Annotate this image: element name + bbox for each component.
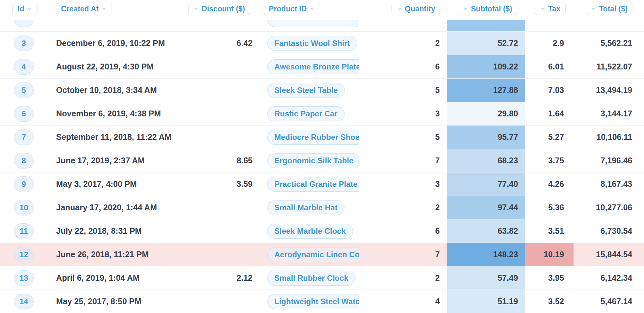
table-row[interactable]: 7 September 11, 2018, 11:22 AM Mediocre …	[0, 125, 644, 149]
table-row[interactable]: 14 May 25, 2017, 8:50 PM Lightweight Ste…	[0, 290, 644, 313]
product-tag[interactable]: Small Rubber Clock	[267, 271, 356, 286]
product-tag[interactable]: Mediocre Rubber Shoes	[267, 130, 359, 145]
id-badge: 13	[14, 270, 34, 286]
tax-cell: 2.9	[525, 32, 574, 55]
chevron-down-icon	[193, 6, 199, 11]
tax-cell: 3.51	[525, 219, 574, 243]
table-row[interactable]: 10 January 17, 2020, 1:44 AM Small Marbl…	[0, 196, 644, 219]
discount-cell: 8.65	[183, 149, 258, 172]
column-header-button[interactable]: Tax	[535, 3, 566, 15]
product-tag[interactable]: Ergonomic Silk Table	[267, 153, 359, 168]
discount-cell	[183, 55, 258, 78]
column-header-button[interactable]: Subtotal ($)	[458, 3, 518, 15]
subtotal-cell: 63.82	[447, 219, 525, 243]
table-row[interactable]: 9 May 3, 2017, 4:00 PM 3.59 Practical Gr…	[0, 172, 644, 196]
orders-table: 3 December 6, 2019, 10:22 PM 6.42 Fantas…	[0, 0, 644, 313]
chevron-down-icon	[540, 6, 545, 11]
tax-cell: 3.95	[525, 266, 574, 290]
column-header-label: Subtotal ($)	[471, 5, 513, 13]
column-header-button[interactable]: Product ID	[264, 3, 320, 15]
header-cell-discount: Discount ($)	[183, 0, 258, 20]
id-cell: 9	[0, 172, 44, 196]
discount-cell: 2.12	[183, 266, 258, 290]
created-at-cell: May 25, 2017, 8:50 PM	[44, 290, 183, 313]
product-tag[interactable]: Lightweight Steel Watch	[267, 294, 359, 309]
column-header-button[interactable]: Total ($)	[586, 3, 633, 15]
table-row[interactable]: 8 June 17, 2019, 2:37 AM 8.65 Ergonomic …	[0, 149, 644, 172]
total-cell: 10,106.11	[574, 126, 644, 149]
tax-cell: 4.26	[525, 172, 574, 196]
table-row[interactable]: 3 December 6, 2019, 10:22 PM 6.42 Fantas…	[0, 31, 644, 55]
id-badge: 10	[14, 200, 34, 216]
table-row[interactable]: 11 July 22, 2018, 8:31 PM Sleek Marble C…	[0, 219, 644, 243]
column-header-button[interactable]: Created At	[56, 3, 112, 15]
table-row[interactable]: 5 October 10, 2018, 3:34 AM Sleek Steel …	[0, 78, 644, 102]
quantity-cell: 5	[359, 79, 447, 102]
subtotal-cell: 52.72	[447, 32, 525, 55]
id-cell: 13	[0, 266, 44, 290]
tax-cell: 1.64	[525, 102, 574, 125]
total-cell: 6,730.54	[574, 219, 644, 243]
quantity-cell: 4	[359, 290, 447, 313]
tax-cell: 3.75	[525, 149, 574, 172]
table-body: 3 December 6, 2019, 10:22 PM 6.42 Fantas…	[0, 8, 644, 313]
table-row[interactable]: 4 August 22, 2019, 4:30 PM Awesome Bronz…	[0, 55, 644, 78]
id-badge: 4	[14, 59, 34, 75]
created-at-cell: September 11, 2018, 11:22 AM	[44, 126, 183, 149]
table-row[interactable]: 12 June 26, 2018, 11:21 PM Aerodynamic L…	[0, 243, 644, 266]
column-header-label: Discount ($)	[202, 5, 245, 13]
product-tag[interactable]: Sleek Steel Table	[267, 83, 345, 98]
subtotal-cell: 148.23	[447, 243, 525, 266]
tax-cell: 5.27	[525, 126, 574, 149]
header-cell-created-at: Created At	[44, 0, 183, 20]
product-tag[interactable]: Awesome Bronze Plate	[267, 59, 359, 74]
quantity-cell: 2	[359, 196, 447, 219]
total-cell: 11,522.07	[574, 55, 644, 78]
discount-cell	[183, 79, 258, 102]
column-header-label: Total ($)	[599, 5, 628, 13]
discount-cell	[183, 102, 258, 125]
subtotal-cell: 127.88	[447, 79, 525, 102]
column-header-button[interactable]: Id	[12, 3, 38, 15]
quantity-cell: 2	[359, 266, 447, 290]
id-badge: 12	[14, 247, 34, 262]
created-at-cell: May 3, 2017, 4:00 PM	[44, 172, 183, 196]
table-row[interactable]: 13 April 6, 2019, 1:04 AM 2.12 Small Rub…	[0, 266, 644, 290]
quantity-cell: 6	[359, 219, 447, 243]
created-at-cell: June 17, 2019, 2:37 AM	[44, 149, 183, 172]
header-cell-subtotal: Subtotal ($)	[447, 0, 525, 20]
total-cell: 15,844.54	[574, 243, 644, 266]
discount-cell: 3.59	[183, 172, 258, 196]
header-cell-tax: Tax	[525, 0, 574, 20]
quantity-cell: 2	[359, 32, 447, 55]
product-tag[interactable]: Practical Granite Plate	[267, 177, 359, 192]
id-cell: 7	[0, 126, 44, 149]
subtotal-cell: 95.77	[447, 126, 525, 149]
id-cell: 6	[0, 102, 44, 125]
product-cell: Awesome Bronze Plate	[258, 55, 359, 78]
product-cell: Small Rubber Clock	[258, 266, 359, 290]
subtotal-cell: 68.23	[447, 149, 525, 172]
id-badge: 3	[14, 36, 34, 51]
column-header-label: Tax	[548, 5, 560, 13]
column-header-button[interactable]: Discount ($)	[188, 3, 250, 15]
tax-cell: 10.19	[525, 243, 574, 266]
product-tag[interactable]: Sleek Marble Clock	[267, 224, 353, 239]
product-tag[interactable]: Rustic Paper Car	[267, 106, 345, 121]
created-at-cell: August 22, 2019, 4:30 PM	[44, 55, 183, 78]
product-cell: Rustic Paper Car	[258, 102, 359, 125]
product-tag[interactable]: Aerodynamic Linen Coat	[267, 247, 359, 262]
id-badge: 6	[14, 106, 34, 122]
product-cell: Sleek Steel Table	[258, 79, 359, 102]
chevron-down-icon	[463, 6, 468, 11]
id-badge: 9	[14, 176, 34, 192]
discount-cell: 6.42	[183, 32, 258, 55]
product-tag[interactable]: Fantastic Wool Shirt	[267, 36, 357, 51]
product-tag[interactable]: Small Marble Hat	[267, 200, 345, 215]
total-cell: 10,277.06	[574, 196, 644, 219]
column-header-button[interactable]: Quantity	[391, 3, 440, 15]
tax-cell: 5.36	[525, 196, 574, 219]
column-header-label: Created At	[61, 5, 99, 13]
table-row[interactable]: 6 November 6, 2019, 4:38 PM Rustic Paper…	[0, 102, 644, 125]
total-cell: 6,142.34	[574, 266, 644, 290]
